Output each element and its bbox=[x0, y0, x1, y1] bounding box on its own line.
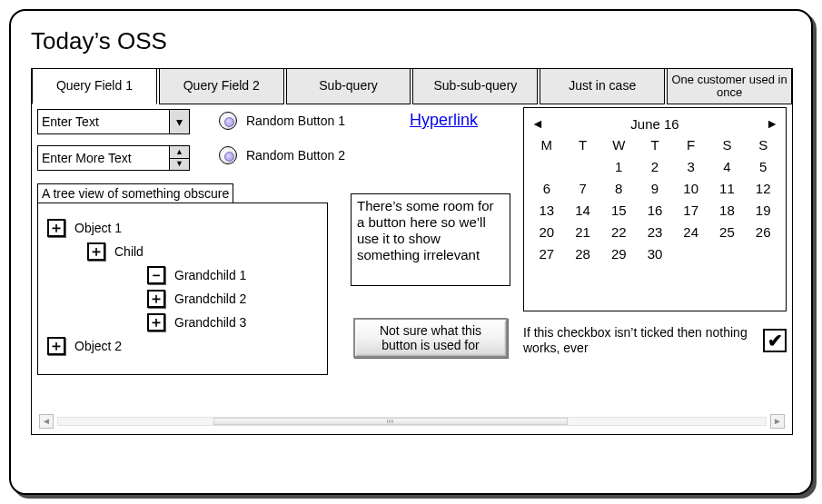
calendar-empty-cell bbox=[566, 157, 600, 176]
calendar-day[interactable]: 4 bbox=[710, 157, 745, 176]
calendar-day[interactable]: 20 bbox=[530, 222, 564, 242]
tree-node-label: Grandchild 1 bbox=[174, 268, 246, 282]
calendar-day[interactable]: 16 bbox=[638, 201, 672, 220]
calendar-day[interactable]: 26 bbox=[746, 222, 780, 242]
calendar-weekday: M bbox=[530, 135, 564, 154]
expand-icon[interactable]: ＋ bbox=[147, 290, 165, 308]
calendar-day[interactable]: 15 bbox=[601, 201, 636, 220]
text-spinner[interactable]: Enter More Text ▲ ▼ bbox=[37, 145, 190, 171]
calendar-day[interactable]: 30 bbox=[638, 244, 672, 263]
chevron-down-icon[interactable]: ▾ bbox=[169, 110, 189, 133]
calendar-day[interactable]: 10 bbox=[674, 179, 708, 198]
calendar-empty-cell bbox=[530, 157, 564, 176]
tab-sub-sub-query[interactable]: Sub-sub-query bbox=[412, 68, 538, 104]
expand-icon[interactable]: ＋ bbox=[47, 337, 65, 355]
calendar-day[interactable]: 25 bbox=[710, 222, 745, 242]
tree-node-label: Object 1 bbox=[74, 221, 122, 235]
text-combo[interactable]: Enter Text ▾ bbox=[37, 109, 190, 134]
calendar-day[interactable]: 24 bbox=[674, 222, 708, 242]
calendar-weekday: S bbox=[710, 135, 745, 154]
tree-title: A tree view of something obscure bbox=[37, 183, 233, 203]
calendar-day[interactable]: 3 bbox=[674, 157, 708, 176]
calendar-grid: MTWTFSS123456789101112131415161718192021… bbox=[530, 135, 780, 263]
calendar-next-icon[interactable]: ► bbox=[764, 116, 780, 131]
calendar-day[interactable]: 19 bbox=[746, 201, 780, 220]
calendar-day[interactable]: 23 bbox=[638, 222, 672, 242]
tree-node-object-2[interactable]: ＋ Object 2 bbox=[47, 334, 318, 358]
tree-node-label: Grandchild 2 bbox=[174, 292, 246, 306]
calendar-day[interactable]: 2 bbox=[638, 157, 672, 176]
info-text: There’s some room for a button here so w… bbox=[351, 193, 510, 286]
expand-icon[interactable]: ＋ bbox=[47, 219, 65, 237]
horizontal-scrollbar[interactable]: ◄ ► bbox=[39, 414, 785, 429]
tab-query-field-2[interactable]: Query Field 2 bbox=[159, 68, 284, 104]
radio-option-2[interactable]: Random Button 2 bbox=[219, 146, 345, 164]
critical-checkbox[interactable]: ✔ bbox=[763, 329, 787, 352]
scroll-thumb[interactable] bbox=[213, 418, 568, 425]
scroll-left-icon[interactable]: ◄ bbox=[39, 414, 54, 429]
calendar-day[interactable]: 1 bbox=[601, 157, 636, 176]
calendar-day[interactable]: 21 bbox=[566, 222, 600, 242]
calendar-day[interactable]: 8 bbox=[601, 179, 636, 198]
calendar-day[interactable]: 22 bbox=[601, 222, 636, 242]
grip-icon bbox=[387, 420, 394, 423]
calendar-day[interactable]: 28 bbox=[566, 244, 600, 263]
radio-option-1[interactable]: Random Button 1 bbox=[219, 112, 345, 130]
tree-node-label: Child bbox=[114, 244, 144, 259]
tab-sub-query[interactable]: Sub-query bbox=[286, 68, 411, 104]
calendar-day[interactable]: 7 bbox=[566, 179, 600, 198]
checkmark-icon: ✔ bbox=[768, 330, 783, 351]
calendar-header: ◄ June 16 ► bbox=[530, 114, 780, 133]
tab-bar: Query Field 1 Query Field 2 Sub-query Su… bbox=[32, 68, 792, 104]
tree-node-label: Grandchild 3 bbox=[174, 315, 246, 330]
expand-icon[interactable]: ＋ bbox=[147, 313, 165, 331]
tree-node-object-1[interactable]: ＋ Object 1 bbox=[47, 216, 318, 240]
tab-one-customer[interactable]: One customer used in once bbox=[667, 68, 792, 104]
checkbox-label: If this checkbox isn’t ticked then nothi… bbox=[523, 325, 754, 356]
tab-just-in-case[interactable]: Just in case bbox=[540, 68, 665, 104]
app-window: Today’s OSS Query Field 1 Query Field 2 … bbox=[9, 9, 813, 495]
scroll-track[interactable] bbox=[57, 417, 767, 426]
combo-value: Enter Text bbox=[38, 114, 169, 129]
critical-checkbox-row: If this checkbox isn’t ticked then nothi… bbox=[523, 325, 787, 356]
tree-node-grandchild-3[interactable]: ＋ Grandchild 3 bbox=[47, 311, 318, 334]
tree-node-child[interactable]: ＋ Child bbox=[47, 240, 318, 263]
spinner-down-icon[interactable]: ▼ bbox=[170, 158, 189, 171]
calendar-day[interactable]: 6 bbox=[530, 179, 564, 198]
collapse-icon[interactable]: － bbox=[147, 266, 165, 284]
tree-node-grandchild-2[interactable]: ＋ Grandchild 2 bbox=[47, 287, 318, 311]
calendar-day[interactable]: 5 bbox=[746, 157, 780, 176]
radio-label: Random Button 2 bbox=[246, 148, 345, 163]
calendar-day[interactable]: 29 bbox=[601, 244, 636, 263]
radio-icon bbox=[219, 112, 237, 130]
main-panel: Query Field 1 Query Field 2 Sub-query Su… bbox=[31, 68, 793, 435]
calendar-day[interactable]: 14 bbox=[566, 201, 600, 220]
calendar-month: June 16 bbox=[630, 116, 678, 132]
tree-view: A tree view of something obscure ＋ Objec… bbox=[37, 183, 328, 375]
calendar-day[interactable]: 18 bbox=[710, 201, 745, 220]
spinner-value: Enter More Text bbox=[38, 151, 169, 165]
tab-query-field-1[interactable]: Query Field 1 bbox=[32, 68, 157, 104]
calendar-weekday: W bbox=[601, 135, 636, 154]
hyperlink[interactable]: Hyperlink bbox=[410, 111, 478, 130]
page-title: Today’s OSS bbox=[31, 27, 791, 55]
calendar-weekday: T bbox=[566, 135, 600, 154]
calendar-weekday: F bbox=[674, 135, 708, 154]
calendar-day[interactable]: 11 bbox=[710, 179, 745, 198]
tree-node-grandchild-1[interactable]: － Grandchild 1 bbox=[47, 263, 318, 287]
calendar-weekday: T bbox=[638, 135, 672, 154]
calendar-day[interactable]: 12 bbox=[746, 179, 780, 198]
radio-label: Random Button 1 bbox=[246, 114, 345, 128]
spinner-buttons: ▲ ▼ bbox=[169, 146, 189, 170]
calendar-day[interactable]: 27 bbox=[530, 244, 564, 263]
calendar-prev-icon[interactable]: ◄ bbox=[530, 116, 546, 131]
tab-content: Enter Text ▾ Enter More Text ▲ ▼ Random … bbox=[37, 109, 787, 409]
mystery-button[interactable]: Not sure what this button is used for bbox=[353, 318, 508, 358]
expand-icon[interactable]: ＋ bbox=[87, 242, 105, 261]
calendar-day[interactable]: 9 bbox=[638, 179, 672, 198]
calendar-day[interactable]: 13 bbox=[530, 201, 564, 220]
scroll-right-icon[interactable]: ► bbox=[770, 414, 785, 429]
calendar: ◄ June 16 ► MTWTFSS123456789101112131415… bbox=[523, 107, 787, 311]
calendar-day[interactable]: 17 bbox=[674, 201, 708, 220]
spinner-up-icon[interactable]: ▲ bbox=[170, 146, 189, 158]
